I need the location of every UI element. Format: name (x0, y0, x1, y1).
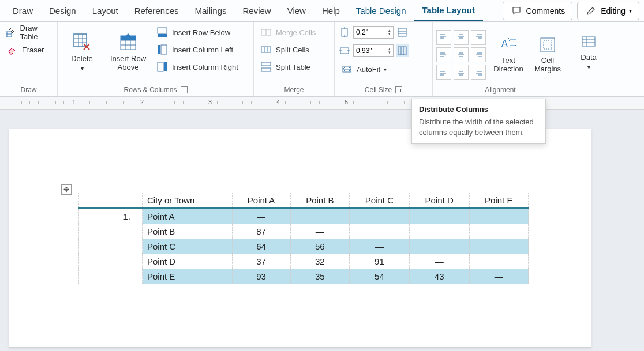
tab-mailings[interactable]: Mailings (186, 0, 234, 21)
table-cell[interactable]: 32 (290, 254, 349, 269)
align-top-left[interactable] (436, 30, 451, 45)
spinner-arrows-icon[interactable]: ▴▾ (388, 29, 391, 36)
table-row-label[interactable]: Point E (143, 269, 233, 284)
table-move-handle[interactable]: ✥ (61, 184, 72, 195)
table-corner-header[interactable]: City or Town (143, 193, 233, 209)
table-cell[interactable] (469, 254, 528, 269)
document-table[interactable]: City or TownPoint APoint BPoint CPoint D… (78, 193, 529, 284)
comments-button[interactable]: Comments (503, 2, 573, 20)
table-cell[interactable]: 56 (290, 239, 349, 254)
table-col-header[interactable]: Point A (232, 193, 290, 209)
insert-row-above-label: Insert Row Above (105, 54, 151, 71)
table-cell[interactable]: 35 (290, 269, 349, 284)
cell-size-dialog-launcher[interactable] (395, 86, 402, 93)
insert-col-right-button[interactable]: Insert Column Right (153, 59, 241, 75)
row-height-input[interactable]: 0.2" ▴▾ (353, 26, 394, 39)
align-top-center[interactable] (454, 30, 469, 45)
table-cell[interactable]: — (469, 269, 528, 284)
tab-table-layout[interactable]: Table Layout (414, 0, 483, 21)
align-mid-center[interactable] (454, 47, 469, 62)
tab-review[interactable]: Review (235, 0, 279, 21)
insert-row-above-button[interactable]: Insert Row Above (105, 24, 151, 80)
distribute-rows-button[interactable] (396, 26, 409, 39)
table-index-cell[interactable] (79, 269, 143, 284)
draw-table-button[interactable]: Draw Table (3, 24, 54, 40)
tab-design[interactable]: Design (41, 0, 84, 21)
svg-rect-6 (161, 45, 167, 54)
table-cell[interactable]: — (350, 239, 410, 254)
table-col-header[interactable]: Point D (409, 193, 469, 209)
table-cell[interactable]: 64 (232, 239, 290, 254)
rows-columns-dialog-launcher[interactable] (181, 86, 188, 93)
spinner-arrows-icon[interactable]: ▴▾ (388, 47, 391, 54)
table-cell[interactable]: — (409, 254, 469, 269)
table-cell[interactable]: — (290, 224, 349, 239)
split-cells-button[interactable]: Split Cells (257, 41, 318, 58)
data-button[interactable]: Data ▾ (572, 24, 605, 80)
group-rows-columns-label: Rows & Columns (123, 86, 177, 94)
group-draw-label: Draw (3, 85, 54, 95)
chevron-down-icon: ▾ (587, 64, 590, 70)
autofit-button[interactable]: AutoFit ▾ (338, 61, 409, 77)
align-mid-right[interactable] (471, 47, 486, 62)
align-top-right[interactable] (471, 30, 486, 45)
table-cell[interactable]: 91 (350, 254, 410, 269)
table-cell[interactable] (469, 209, 528, 224)
table-cell[interactable] (350, 224, 410, 239)
eraser-button[interactable]: Eraser (3, 41, 54, 58)
table-cell[interactable]: 54 (350, 269, 410, 284)
align-bot-right[interactable] (471, 65, 486, 80)
table-index-header[interactable] (79, 193, 143, 209)
table-cell[interactable]: 93 (232, 269, 290, 284)
table-index-cell[interactable]: 1. (79, 209, 143, 224)
autofit-icon (340, 63, 353, 76)
comment-icon (510, 5, 523, 17)
table-cell[interactable]: 37 (232, 254, 290, 269)
tab-view[interactable]: View (279, 0, 314, 21)
table-row-label[interactable]: Point D (143, 254, 233, 269)
insert-col-left-button[interactable]: Insert Column Left (153, 41, 241, 58)
table-cell[interactable] (409, 224, 469, 239)
delete-button[interactable]: Delete ▾ (61, 24, 103, 80)
tab-help[interactable]: Help (314, 0, 348, 21)
editing-mode-button[interactable]: Editing ▾ (577, 2, 639, 20)
insert-row-below-button[interactable]: Insert Row Below (153, 24, 241, 40)
split-cells-label: Split Cells (276, 46, 309, 54)
table-cell[interactable] (290, 209, 349, 224)
table-cell[interactable]: 43 (409, 269, 469, 284)
distribute-columns-button[interactable] (396, 44, 409, 57)
table-col-header[interactable]: Point B (290, 193, 349, 209)
table-col-header[interactable]: Point C (350, 193, 410, 209)
horizontal-ruler[interactable]: 1234567 (0, 97, 644, 110)
table-cell[interactable] (469, 224, 528, 239)
cell-margins-button[interactable]: Cell Margins (531, 29, 564, 81)
col-width-input[interactable]: 0.93" ▴▾ (353, 44, 394, 57)
align-mid-left[interactable] (436, 47, 451, 62)
table-cell[interactable] (469, 239, 528, 254)
table-row-label[interactable]: Point B (143, 224, 233, 239)
table-cell[interactable] (409, 209, 469, 224)
document-page[interactable]: City or TownPoint APoint BPoint CPoint D… (9, 129, 591, 348)
table-index-cell[interactable] (79, 254, 143, 269)
table-cell[interactable]: — (232, 209, 290, 224)
tab-layout[interactable]: Layout (84, 0, 126, 21)
tab-draw[interactable]: Draw (5, 0, 41, 21)
table-cell[interactable] (409, 239, 469, 254)
split-table-button[interactable]: Split Table (257, 59, 318, 75)
tab-table-design[interactable]: Table Design (348, 0, 414, 21)
editing-label: Editing (601, 6, 626, 16)
text-direction-button[interactable]: A Text Direction (492, 29, 525, 81)
table-index-cell[interactable] (79, 224, 143, 239)
insert-col-right-label: Insert Column Right (172, 63, 238, 71)
table-col-header[interactable]: Point E (469, 193, 528, 209)
table-cell[interactable]: 87 (232, 224, 290, 239)
table-index-cell[interactable] (79, 239, 143, 254)
table-row-label[interactable]: Point A (143, 209, 233, 224)
delete-table-icon (72, 32, 92, 52)
tab-references[interactable]: References (126, 0, 187, 21)
ruler-number: 4 (276, 99, 280, 105)
table-row-label[interactable]: Point C (143, 239, 233, 254)
table-cell[interactable] (350, 209, 410, 224)
align-bot-left[interactable] (436, 65, 451, 80)
align-bot-center[interactable] (454, 65, 469, 80)
